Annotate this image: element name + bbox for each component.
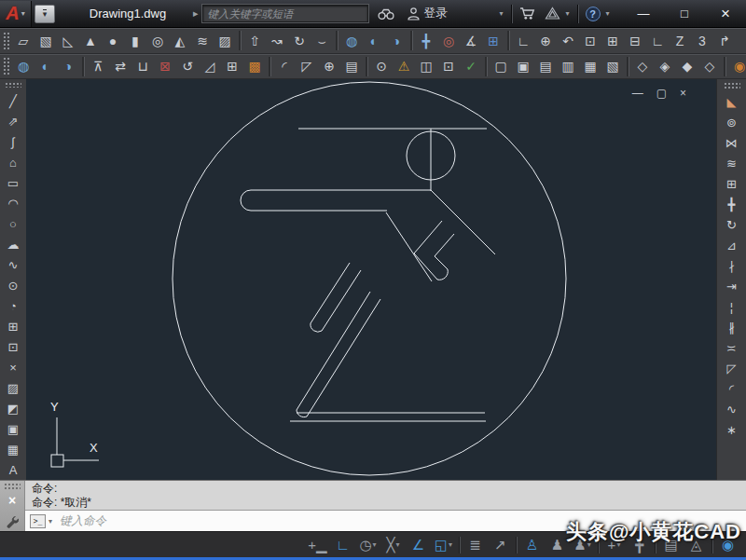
toolbar-button-ucs-object[interactable]: ⊞ [601,30,624,51]
viewport-restore-button[interactable]: ▢ [656,87,667,100]
status-toggle-polar-tracking[interactable]: ◷▾ [355,534,380,556]
toolbar-button-offset-faces[interactable]: ⊔ [131,56,154,77]
toolbar-button-clean[interactable]: ⊙ [370,56,393,77]
toolbar-button-ucs-world[interactable]: ⊕ [534,30,557,51]
status-toggle-lineweight[interactable]: ≣ [463,534,488,556]
draw-button-insert-block[interactable]: ⊞ [2,316,24,336]
command-window-grip[interactable] [4,483,21,489]
a360-button[interactable]: ▾ [545,7,570,20]
toolbar-button-cylinder[interactable]: ▮ [124,30,146,51]
binoculars-search-icon[interactable] [378,7,394,20]
outer-circle-entity[interactable] [173,82,566,475]
signin-button[interactable]: 登录 ▾ [408,6,504,21]
modify-button-join[interactable]: ≍ [721,337,743,358]
toolbar-button-torus[interactable]: ◎ [146,30,169,51]
toolbar-button-3d-rotate[interactable]: ◎ [437,30,460,51]
toolbar-button-check[interactable]: ⚠ [393,56,415,77]
command-close-icon[interactable]: × [8,493,16,508]
toolbar-button-subtract[interactable]: ◐ [35,56,57,77]
draw-button-revision-cloud[interactable]: ☁ [2,234,24,254]
modify-button-chamfer[interactable]: ◸ [721,358,743,378]
toolbar-button-vs-realistic[interactable]: ▥ [557,56,579,77]
app-store-cart-button[interactable] [519,7,535,20]
close-button[interactable]: × [705,0,746,27]
status-toggle-isometric-drafting[interactable]: ╳▾ [380,534,406,556]
toolbar-button-color-faces[interactable]: ▩ [243,56,266,77]
toolbar-button-vs-conceptual[interactable]: ▦ [579,56,601,77]
toolbar-button-imprint[interactable]: ⊕ [318,56,340,77]
quick-access-dropdown-button[interactable]: ▾ [35,5,55,23]
modify-button-array[interactable]: ⊞ [721,173,743,194]
status-toggle-selection-cycling[interactable]: ↗ [488,534,513,556]
toolbar-button-delete-faces[interactable]: ⊠ [154,56,176,77]
toolbar-button-revolve[interactable]: ↻ [288,30,311,51]
modify-button-move[interactable]: ╋ [721,194,743,214]
draw-button-point[interactable]: × [2,357,24,377]
toolbar-button-vs-other[interactable]: ◇ [698,56,721,77]
toolbar-grip[interactable] [3,57,9,75]
toolbar-button-chamfer-edge[interactable]: ◸ [296,56,318,77]
modify-button-erase[interactable]: ◣ [721,91,743,112]
toolbar-button-presspull[interactable]: ⇧ [243,30,266,51]
modify-button-fillet[interactable]: ◜ [721,378,743,399]
toolbar-button-union[interactable]: ◍ [12,56,35,77]
modify-button-rotate[interactable]: ↻ [721,214,743,235]
toolbar-button-loft[interactable]: ⌣ [311,30,333,51]
wrench-icon[interactable] [6,515,19,528]
toolbar-button-cone[interactable]: ▲ [79,30,102,51]
draw-button-line[interactable]: ╱ [2,90,24,111]
toolbar-button-pyramid[interactable]: ◭ [169,30,191,51]
chevron-down-icon[interactable]: ▾ [48,517,52,526]
minimize-button[interactable]: — [623,0,664,27]
draw-button-ellipse-arc[interactable]: ◔ [2,295,24,316]
toolbar-button-rotate-faces[interactable]: ↺ [176,56,199,77]
toolbar-button-vs-xray[interactable]: ◆ [676,56,698,77]
toolbar-button-vs-shades-of-gray[interactable]: ◇ [631,56,654,77]
status-toggle-snap-mode[interactable]: +▁ [305,534,330,556]
toolbar-button-subtract[interactable]: ◐ [363,30,385,51]
toolbar-button-vs-shaded[interactable]: ▧ [601,56,624,77]
modify-button-trim[interactable]: ∤ [721,255,743,276]
draw-button-circle[interactable]: ○ [2,213,24,234]
draw-button-make-block[interactable]: ⊡ [2,336,24,357]
toolbar-button-box[interactable]: ▧ [35,30,57,51]
back-leg-entity[interactable] [297,292,380,417]
collapse-arrow-icon[interactable]: ▸ [193,7,199,20]
status-toggle-ortho-mode[interactable]: ∟ [330,534,355,556]
viewport-minimize-button[interactable]: — [632,87,643,100]
toolbar-button-intersect[interactable]: ◑ [385,30,408,51]
viewport-close-button[interactable]: × [680,87,686,100]
toolbar-button-helix[interactable]: ≋ [191,30,214,51]
status-toggle-annotation-visibility[interactable]: ♙ [519,534,545,556]
modify-button-mirror[interactable]: ⋈ [721,132,743,153]
draw-button-table[interactable]: ▦ [2,439,24,459]
torso-entity[interactable] [386,190,495,281]
toolbar-button-sweep[interactable]: ↝ [266,30,288,51]
modify-button-blend-curves[interactable]: ∿ [721,399,743,419]
draw-button-region[interactable]: ▣ [2,418,24,439]
toolbar-button-shell[interactable]: ⊡ [437,56,460,77]
toolbar-button-3d-align[interactable]: ∡ [460,30,482,51]
search-input[interactable] [202,5,368,22]
toolbar-button-validate[interactable]: ✓ [460,56,482,77]
back-thigh-entity[interactable] [311,263,361,332]
modify-button-break-at-point[interactable]: ¦ [721,296,743,317]
toolbar-button-vs-sketchy[interactable]: ◈ [654,56,676,77]
toolbar-button-ucs-z-axis[interactable]: Z [669,30,691,51]
command-prompt-icon[interactable]: >_ [30,514,46,528]
draw-button-arc[interactable]: ◠ [2,193,24,213]
toolbar-button-union[interactable]: ◍ [340,30,363,51]
toolbar-button-ucs[interactable]: ∟ [512,30,534,51]
modify-button-scale[interactable]: ⊿ [721,235,743,255]
toolbar-button-wedge[interactable]: ◺ [57,30,79,51]
draw-button-polygon[interactable]: ⌂ [2,152,24,172]
status-toggle-object-snap-tracking[interactable]: ∠ [406,534,431,556]
help-button[interactable]: ? ▾ [586,7,610,21]
toolbar-button-sphere[interactable]: ● [102,30,124,51]
draw-button-ellipse[interactable]: ⊙ [2,275,24,295]
toolbar-grip[interactable] [724,82,740,89]
status-toggle-object-snap[interactable]: ◱▾ [431,534,456,556]
arm-entity[interactable] [241,190,431,211]
modify-button-offset[interactable]: ≋ [721,153,743,173]
toolbar-button-vs-hidden[interactable]: ▤ [534,56,557,77]
